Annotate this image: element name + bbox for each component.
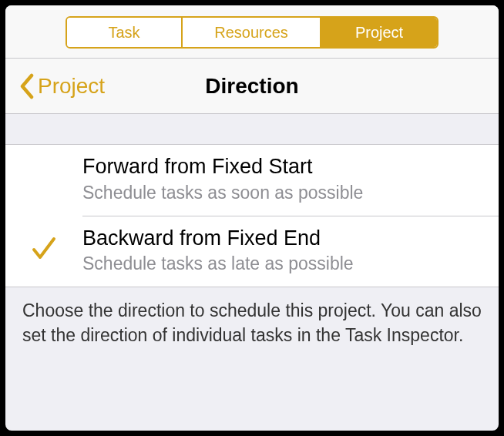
screen: Task Resources Project Project Direction… — [5, 5, 499, 431]
option-texts: Backward from Fixed End Schedule tasks a… — [82, 226, 483, 277]
option-title: Backward from Fixed End — [82, 226, 483, 252]
option-title: Forward from Fixed Start — [82, 154, 483, 180]
back-label: Project — [38, 74, 105, 99]
footer-help-text: Choose the direction to schedule this pr… — [5, 287, 499, 347]
option-subtitle: Schedule tasks as soon as possible — [82, 182, 483, 205]
option-backward[interactable]: Backward from Fixed End Schedule tasks a… — [5, 216, 499, 287]
checkmark-slot — [5, 234, 82, 267]
tab-task[interactable]: Task — [67, 18, 183, 47]
checkmark-icon — [29, 234, 59, 267]
section-spacer — [5, 114, 499, 145]
segmented-control: Task Resources Project — [66, 16, 438, 49]
back-button[interactable]: Project — [5, 73, 105, 99]
tab-resources[interactable]: Resources — [183, 18, 321, 47]
option-texts: Forward from Fixed Start Schedule tasks … — [82, 154, 483, 205]
tab-project[interactable]: Project — [321, 18, 437, 47]
option-subtitle: Schedule tasks as late as possible — [82, 253, 483, 276]
navbar: Project Direction — [5, 59, 499, 114]
option-forward[interactable]: Forward from Fixed Start Schedule tasks … — [5, 145, 499, 216]
toolbar: Task Resources Project — [5, 5, 499, 59]
direction-options-list: Forward from Fixed Start Schedule tasks … — [5, 145, 499, 287]
chevron-left-icon — [19, 73, 35, 99]
